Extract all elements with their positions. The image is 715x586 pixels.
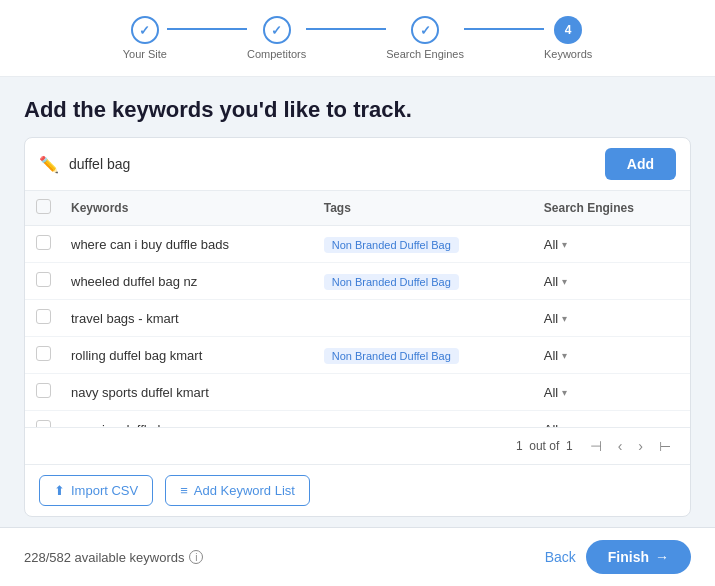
se-dropdown[interactable]: All ▾ xyxy=(544,237,680,252)
se-dropdown[interactable]: All ▾ xyxy=(544,274,680,289)
available-keywords-text: 228/582 available keywords xyxy=(24,550,184,565)
step-icon-your-site: ✓ xyxy=(131,16,159,44)
arrow-right-icon: → xyxy=(655,549,669,565)
row-checkbox[interactable] xyxy=(36,309,51,324)
se-dropdown[interactable]: All ▾ xyxy=(544,348,680,363)
row-keyword: where can i buy duffle bads xyxy=(61,226,314,263)
add-keyword-button[interactable]: Add xyxy=(605,148,676,180)
page-next-button[interactable]: › xyxy=(633,436,648,456)
available-keywords: 228/582 available keywords i xyxy=(24,550,203,565)
keywords-table: Keywords Tags Search Engines where can i… xyxy=(25,191,690,427)
pencil-icon: ✏️ xyxy=(39,155,59,174)
table-row: wheeled duffel bag nz Non Branded Duffel… xyxy=(25,263,690,300)
pagination-bar: 1 out of 1 ⊣ ‹ › ⊢ xyxy=(25,427,690,464)
step-search-engines: ✓ Search Engines xyxy=(386,16,464,60)
select-all-checkbox[interactable] xyxy=(36,199,51,214)
row-checkbox-cell[interactable] xyxy=(25,226,61,263)
row-tag: Non Branded Duffel Bag xyxy=(314,263,534,300)
row-checkbox[interactable] xyxy=(36,235,51,250)
tag-badge[interactable]: Non Branded Duffel Bag xyxy=(324,348,459,364)
info-icon[interactable]: i xyxy=(189,550,203,564)
row-keyword: rolling duffel bag kmart xyxy=(61,337,314,374)
row-search-engine: All ▾ xyxy=(534,411,690,428)
chevron-down-icon: ▾ xyxy=(562,350,567,361)
upload-icon: ⬆ xyxy=(54,483,65,498)
page-last-button[interactable]: ⊢ xyxy=(654,436,676,456)
table-row: where can i buy duffle bads Non Branded … xyxy=(25,226,690,263)
step-label-search-engines: Search Engines xyxy=(386,48,464,60)
page-prev-button[interactable]: ‹ xyxy=(613,436,628,456)
col-header-keywords: Keywords xyxy=(61,191,314,226)
tag-badge[interactable]: Non Branded Duffel Bag xyxy=(324,274,459,290)
import-csv-button[interactable]: ⬆ Import CSV xyxy=(39,475,153,506)
keywords-table-wrap: Keywords Tags Search Engines where can i… xyxy=(25,191,690,427)
step-competitors: ✓ Competitors xyxy=(247,16,306,60)
step-line-3 xyxy=(464,28,544,30)
chevron-down-icon: ▾ xyxy=(562,387,567,398)
row-keyword: travel bags - kmart xyxy=(61,300,314,337)
row-checkbox-cell[interactable] xyxy=(25,411,61,428)
se-dropdown[interactable]: All ▾ xyxy=(544,385,680,400)
pagination-info: 1 out of 1 xyxy=(516,439,573,453)
row-search-engine: All ▾ xyxy=(534,226,690,263)
row-search-engine: All ▾ xyxy=(534,300,690,337)
main-content: Add the keywords you'd like to track. ✏️… xyxy=(0,77,715,527)
step-keywords[interactable]: 4 Keywords xyxy=(544,16,592,60)
chevron-down-icon: ▾ xyxy=(562,276,567,287)
page-separator: out of xyxy=(529,439,559,453)
row-tag: Non Branded Duffel Bag xyxy=(314,226,534,263)
row-keyword: massive duffle bag xyxy=(61,411,314,428)
row-search-engine: All ▾ xyxy=(534,337,690,374)
row-tag xyxy=(314,300,534,337)
keyword-search-input[interactable] xyxy=(69,156,595,172)
keywords-card: ✏️ Add Keywords Tags Search Engines xyxy=(24,137,691,517)
page-current: 1 xyxy=(516,439,523,453)
step-line-1 xyxy=(167,28,247,30)
row-checkbox[interactable] xyxy=(36,346,51,361)
step-line-2 xyxy=(306,28,386,30)
list-icon: ≡ xyxy=(180,483,188,498)
import-csv-label: Import CSV xyxy=(71,483,138,498)
step-icon-search-engines: ✓ xyxy=(411,16,439,44)
row-checkbox-cell[interactable] xyxy=(25,263,61,300)
bottom-bar: 228/582 available keywords i Back Finish… xyxy=(0,527,715,586)
table-row: navy sports duffel kmart All ▾ xyxy=(25,374,690,411)
chevron-down-icon: ▾ xyxy=(562,239,567,250)
chevron-down-icon: ▾ xyxy=(562,313,567,324)
row-checkbox[interactable] xyxy=(36,420,51,427)
row-tag: Non Branded Duffel Bag xyxy=(314,337,534,374)
tag-badge[interactable]: Non Branded Duffel Bag xyxy=(324,237,459,253)
row-checkbox-cell[interactable] xyxy=(25,374,61,411)
finish-button[interactable]: Finish → xyxy=(586,540,691,574)
table-row: travel bags - kmart All ▾ xyxy=(25,300,690,337)
back-button[interactable]: Back xyxy=(545,549,576,565)
col-header-checkbox[interactable] xyxy=(25,191,61,226)
step-label-your-site: Your Site xyxy=(123,48,167,60)
step-label-keywords: Keywords xyxy=(544,48,592,60)
row-checkbox[interactable] xyxy=(36,383,51,398)
finish-label: Finish xyxy=(608,549,649,565)
col-header-tags: Tags xyxy=(314,191,534,226)
row-search-engine: All ▾ xyxy=(534,374,690,411)
row-checkbox[interactable] xyxy=(36,272,51,287)
step-icon-keywords: 4 xyxy=(554,16,582,44)
row-keyword: wheeled duffel bag nz xyxy=(61,263,314,300)
row-keyword: navy sports duffel kmart xyxy=(61,374,314,411)
row-tag xyxy=(314,374,534,411)
stepper: ✓ Your Site ✓ Competitors ✓ Search Engin… xyxy=(0,0,715,77)
add-keyword-list-button[interactable]: ≡ Add Keyword List xyxy=(165,475,310,506)
bottom-nav: Back Finish → xyxy=(545,540,691,574)
se-dropdown[interactable]: All ▾ xyxy=(544,311,680,326)
add-keyword-list-label: Add Keyword List xyxy=(194,483,295,498)
page-first-button[interactable]: ⊣ xyxy=(585,436,607,456)
search-bar: ✏️ Add xyxy=(25,138,690,191)
table-row: massive duffle bag All ▾ xyxy=(25,411,690,428)
step-label-competitors: Competitors xyxy=(247,48,306,60)
page-total: 1 xyxy=(566,439,573,453)
row-checkbox-cell[interactable] xyxy=(25,337,61,374)
footer-actions: ⬆ Import CSV ≡ Add Keyword List xyxy=(25,464,690,516)
row-checkbox-cell[interactable] xyxy=(25,300,61,337)
row-search-engine: All ▾ xyxy=(534,263,690,300)
step-your-site: ✓ Your Site xyxy=(123,16,167,60)
step-icon-competitors: ✓ xyxy=(263,16,291,44)
